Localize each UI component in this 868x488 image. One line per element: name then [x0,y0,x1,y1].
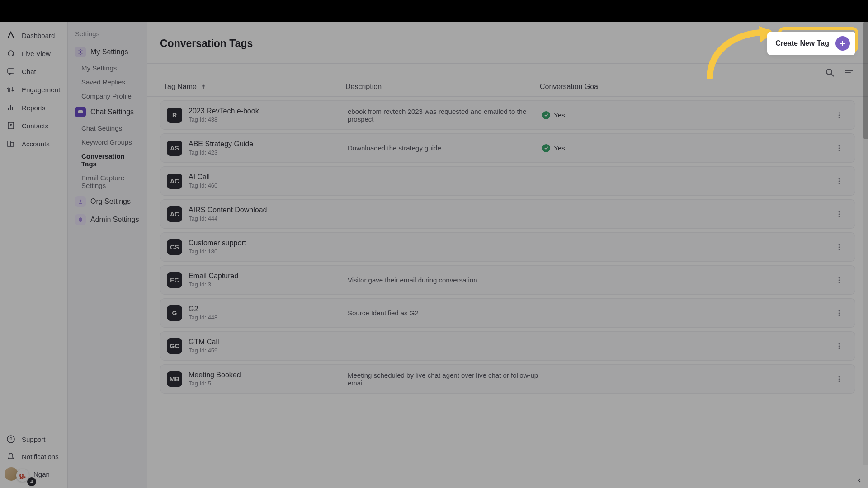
rows-container: R2023 RevTech e-bookTag Id: 438ebook fro… [147,97,868,488]
main-header: Conversation Tags Create New Tag [147,22,868,64]
tag-name: Email Captured [189,272,348,280]
svg-rect-4 [8,141,10,146]
svg-rect-9 [78,110,83,113]
col-conversation-goal[interactable]: Conversation Goal [540,83,833,91]
nav-label: Chat [22,68,36,75]
sub-email-capture[interactable]: Email Capture Settings [72,171,142,192]
app-frame: Dashboard Live View Chat Engagement Repo… [0,22,868,488]
nav-notifications[interactable]: Notifications [0,447,67,465]
user-block[interactable]: g. Ngan 4 [0,465,67,483]
collapse-nav-icon[interactable] [856,477,863,483]
nav-accounts[interactable]: Accounts [0,135,67,153]
name-column: ABE Strategy GuideTag Id: 423 [189,140,348,156]
tag-id: Tag Id: 459 [189,347,348,354]
org-icon [75,196,86,207]
sub-company-profile[interactable]: Company Profile [72,89,142,103]
row-menu-button[interactable] [835,342,849,350]
search-icon[interactable] [825,67,835,78]
chat-settings-icon [75,107,86,117]
live-view-icon [6,49,15,58]
admin-icon [75,214,86,225]
page-title: Conversation Tags [160,38,253,50]
section-chat-settings[interactable]: Chat Settings [72,103,142,121]
nav-contacts[interactable]: Contacts [0,117,67,135]
svg-point-3 [10,124,12,126]
description-cell: Meeting scheduled by live chat agent ove… [348,371,542,387]
table-row[interactable]: ACAIRS Content DownloadTag Id: 444 [160,199,855,229]
table-row[interactable]: ACAI CallTag Id: 460 [160,166,855,196]
tag-name: Customer support [189,239,348,247]
svg-point-13 [839,114,840,116]
nav-liveview[interactable]: Live View [0,44,67,62]
sub-my-settings[interactable]: My Settings [72,61,142,75]
sub-conversation-tags[interactable]: Conversation Tags [72,149,142,171]
row-menu-button[interactable] [835,309,849,317]
row-menu-button[interactable] [835,111,849,119]
section-admin-settings[interactable]: Admin Settings [72,211,142,229]
nav-chat[interactable]: Chat [0,62,67,80]
tag-name: AI Call [189,173,348,181]
create-new-tag-button[interactable]: Create New Tag [767,32,855,55]
main-content: Conversation Tags Create New Tag Tag Nam… [147,22,868,488]
section-label: Chat Settings [90,108,134,116]
svg-point-12 [839,112,840,113]
sub-keyword-groups[interactable]: Keyword Groups [72,135,142,149]
svg-point-27 [839,277,840,278]
check-icon [542,111,550,119]
tag-name: GTM Call [189,338,348,346]
svg-point-35 [839,347,840,349]
table-row[interactable]: MBMeeting BookedTag Id: 5Meeting schedul… [160,364,855,394]
conversation-goal-cell: Yes [542,144,835,152]
nav-dashboard[interactable]: Dashboard [0,26,67,44]
row-menu-button[interactable] [835,375,849,383]
svg-point-37 [839,378,840,380]
settings-nav: Settings My Settings My Settings Saved R… [68,22,147,488]
scrollbar-thumb[interactable] [863,22,868,139]
nav-support[interactable]: ? Support [0,430,67,447]
nav-engagement[interactable]: Engagement [0,80,67,99]
tag-avatar: MB [167,371,182,387]
row-menu-button[interactable] [835,276,849,284]
nav-label: Live View [22,50,51,57]
svg-point-22 [839,213,840,215]
col-description[interactable]: Description [345,83,540,91]
bell-icon [6,452,15,461]
sub-chat-settings[interactable]: Chat Settings [72,121,142,135]
table-row[interactable]: CSCustomer supportTag Id: 180 [160,232,855,262]
description-cell: ebook from revtech 2023 was requested an… [348,108,542,123]
section-label: My Settings [90,48,128,56]
name-column: Customer supportTag Id: 180 [189,239,348,255]
sort-icon[interactable] [844,67,854,78]
svg-point-14 [839,117,840,118]
svg-text:?: ? [9,436,12,442]
svg-point-10 [80,200,81,202]
row-menu-button[interactable] [835,177,849,185]
section-org-settings[interactable]: Org Settings [72,192,142,211]
row-menu-button[interactable] [835,210,849,218]
table-row[interactable]: ASABE Strategy GuideTag Id: 423Downloade… [160,133,855,163]
accounts-icon [6,139,15,148]
row-menu-button[interactable] [835,243,849,251]
svg-point-32 [839,314,840,316]
col-tag-name[interactable]: Tag Name [160,83,345,91]
svg-point-31 [839,312,840,314]
svg-point-28 [839,279,840,281]
nav-reports[interactable]: Reports [0,99,67,117]
settings-title: Settings [75,30,140,38]
table-row[interactable]: GG2Tag Id: 448Source Identified as G2 [160,298,855,328]
sub-saved-replies[interactable]: Saved Replies [72,75,142,89]
row-menu-button[interactable] [835,144,849,152]
svg-point-33 [839,343,840,344]
table-row[interactable]: GCGTM CallTag Id: 459 [160,331,855,361]
check-icon [542,144,550,152]
table-row[interactable]: ECEmail CapturedTag Id: 3Visitor gave th… [160,265,855,295]
section-my-settings[interactable]: My Settings [72,43,142,61]
tag-id: Tag Id: 423 [189,149,348,156]
conv-label: Yes [554,111,565,119]
toolbar [147,64,868,78]
table-row[interactable]: R2023 RevTech e-bookTag Id: 438ebook fro… [160,100,855,130]
name-column: AIRS Content DownloadTag Id: 444 [189,206,348,222]
tag-avatar: G [167,305,182,321]
svg-point-30 [839,310,840,311]
conversation-goal-cell: Yes [542,111,835,119]
